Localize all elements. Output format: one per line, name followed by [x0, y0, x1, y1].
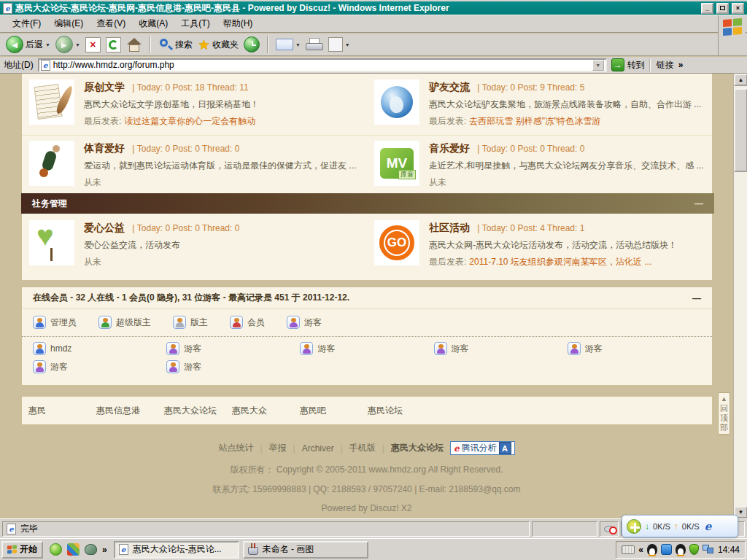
mail-dropdown-icon[interactable]: ▼	[295, 42, 301, 47]
tray-chevron-icon[interactable]: «	[638, 545, 643, 555]
minimize-button[interactable]: _	[701, 3, 713, 14]
taskbar-task-paint[interactable]: 未命名 - 画图	[243, 541, 368, 559]
tencent-analytics-badge[interactable]: e 腾讯分析 A	[450, 441, 515, 455]
close-button[interactable]: ×	[732, 3, 744, 14]
ie-task-icon: e	[119, 544, 128, 555]
lastpost-link[interactable]: 2011-7.10 坛友组织参观河南某军区，沾化近 ...	[469, 257, 651, 267]
qq-tray-icon[interactable]	[676, 544, 686, 556]
back-button[interactable]: ◀ 后退 ▼	[4, 35, 52, 54]
edit-button[interactable]: ▼	[327, 36, 352, 52]
search-button[interactable]: 搜索	[157, 36, 194, 52]
friend-link[interactable]: 惠民信息港	[96, 405, 164, 417]
forum-title-link[interactable]: 音乐爱好	[429, 142, 470, 154]
clock[interactable]: 14:44	[718, 545, 740, 555]
restore-button[interactable]	[716, 3, 729, 14]
user-badge-icon	[33, 342, 46, 355]
forum-title-link[interactable]: 原创文学	[84, 81, 125, 93]
footer-link-stats[interactable]: 站点统计	[218, 442, 253, 454]
forum-title-link[interactable]: 爱心公益	[84, 222, 125, 233]
refresh-button[interactable]	[104, 36, 123, 53]
collapse-icon[interactable]: —	[692, 293, 701, 303]
forum-title-link[interactable]: 驴友交流	[429, 81, 470, 93]
qq-tray-icon[interactable]	[647, 544, 657, 556]
online-user-hmdz[interactable]: hmdz	[33, 342, 166, 355]
footer-site-name[interactable]: 惠民大众论坛	[391, 442, 444, 454]
menu-edit[interactable]: 编辑(E)	[47, 15, 90, 32]
history-button[interactable]	[242, 36, 261, 53]
forum-info: 驴友交流 | Today: 0 Post: 9 Thread: 5 惠民大众论坛…	[429, 79, 701, 135]
menu-tools[interactable]: 工具(T)	[174, 15, 216, 32]
friend-link[interactable]: 惠民	[28, 405, 96, 417]
legend-guest[interactable]: 游客	[287, 316, 322, 329]
edit-dropdown-icon[interactable]: ▼	[345, 42, 350, 47]
quicklaunch-chevron-icon[interactable]: »	[102, 545, 107, 555]
forward-dropdown-icon[interactable]: ▼	[75, 42, 80, 47]
footer-link-archiver[interactable]: Archiver	[302, 443, 334, 454]
legend-super-moderator[interactable]: 超级版主	[98, 316, 151, 329]
footer-link-report[interactable]: 举报	[269, 442, 287, 454]
quicklaunch-app-icon[interactable]	[85, 544, 97, 555]
forum-stats: | Today: 0 Post: 0 Thread: 0	[132, 144, 239, 154]
back-to-top-button[interactable]: ▲回顶部	[718, 392, 730, 435]
address-input[interactable]	[53, 60, 589, 71]
forum-title-link[interactable]: 社区活动	[429, 222, 470, 233]
lastpost-link[interactable]: 去西部玩雪 别样感"冻"特色冰雪游	[469, 116, 600, 126]
vertical-scrollbar[interactable]: ▲ ▼	[733, 74, 747, 518]
legend-member[interactable]: 会员	[230, 316, 265, 329]
taskbar-task-browser[interactable]: e 惠民大众论坛-惠民论...	[114, 541, 239, 559]
paper-quill-icon[interactable]	[29, 79, 74, 125]
music-mv-icon[interactable]: MV原音	[374, 141, 419, 186]
online-members-text: 在线会员 - 32 人在线 - 1 会员(0 隐身), 31 位游客 - 最高记…	[33, 292, 349, 304]
lastpost-link[interactable]: 读过这篇文章你的心一定会有触动	[124, 116, 255, 126]
forum-stats: | Today: 0 Post: 18 Thread: 11	[132, 82, 248, 93]
menu-help[interactable]: 帮助(H)	[217, 15, 260, 32]
network-tray-icon[interactable]	[703, 545, 714, 554]
network-speed-widget[interactable]: ↓ 0K/S ↑ 0K/S e	[622, 515, 738, 537]
menu-file[interactable]: 文件(F)	[6, 15, 47, 32]
keyboard-layout-icon[interactable]	[622, 545, 635, 554]
back-dropdown-icon[interactable]: ▼	[45, 42, 50, 47]
print-icon	[306, 38, 323, 51]
start-button[interactable]: 开始	[1, 541, 43, 559]
go-circle-icon[interactable]: GO	[374, 220, 419, 265]
mail-button[interactable]: ▼	[274, 38, 302, 51]
online-user-list: hmdz 游客 游客 游客 游客 游客	[22, 337, 712, 378]
legend-admin[interactable]: 管理员	[33, 316, 77, 329]
usergroup-badge-icon	[173, 316, 186, 329]
menu-favorites[interactable]: 收藏(A)	[132, 15, 174, 32]
address-field[interactable]: e ▼	[38, 58, 607, 72]
forum-description: 惠民大众论坛驴友集聚地，旅游景点线路装备攻略，自助、合作出游 ...	[429, 98, 701, 111]
heart-tree-icon[interactable]: ♥	[29, 220, 74, 265]
links-toolbar[interactable]: 链接 »	[649, 59, 684, 71]
friend-link[interactable]: 惠民大众	[232, 405, 300, 417]
quick-launch: »	[47, 543, 110, 556]
go-button[interactable]: → 转到	[611, 58, 645, 71]
stop-button[interactable]: ×	[84, 36, 102, 53]
globe-icon[interactable]	[374, 79, 419, 125]
forum-title-link[interactable]: 体育爱好	[84, 142, 125, 154]
scroll-up-button[interactable]: ▲	[734, 74, 747, 86]
forward-button[interactable]: ▶ ▼	[54, 35, 82, 54]
category-bar-shewuguanli[interactable]: 社务管理 —	[21, 193, 714, 214]
friend-link[interactable]: 惠民吧	[300, 405, 368, 417]
quicklaunch-picture-icon[interactable]	[67, 543, 80, 556]
friend-link[interactable]: 惠民大众论坛	[164, 405, 232, 417]
menu-view[interactable]: 查看(V)	[90, 15, 132, 32]
footer-link-mobile[interactable]: 手机版	[349, 442, 376, 454]
user-badge-icon	[166, 342, 179, 355]
shield-tray-icon[interactable]	[689, 544, 699, 555]
quicklaunch-360-icon[interactable]	[50, 543, 62, 556]
favorites-button[interactable]: ★ 收藏夹	[196, 37, 240, 52]
links-chevron-icon[interactable]: »	[678, 60, 684, 70]
messenger-tray-icon[interactable]	[661, 544, 672, 555]
lastpost-label: 从未	[84, 257, 101, 267]
friend-link[interactable]: 惠民论坛	[368, 405, 436, 417]
basketball-player-icon[interactable]	[29, 141, 74, 186]
forum-row: 体育爱好 | Today: 0 Post: 0 Thread: 0 爱运动，就到…	[22, 136, 712, 192]
home-button[interactable]	[125, 36, 144, 53]
collapse-icon[interactable]: —	[694, 198, 703, 209]
legend-moderator[interactable]: 版主	[173, 316, 208, 329]
scroll-thumb[interactable]	[734, 88, 747, 172]
address-dropdown-button[interactable]: ▼	[592, 60, 604, 71]
print-button[interactable]	[304, 37, 325, 52]
